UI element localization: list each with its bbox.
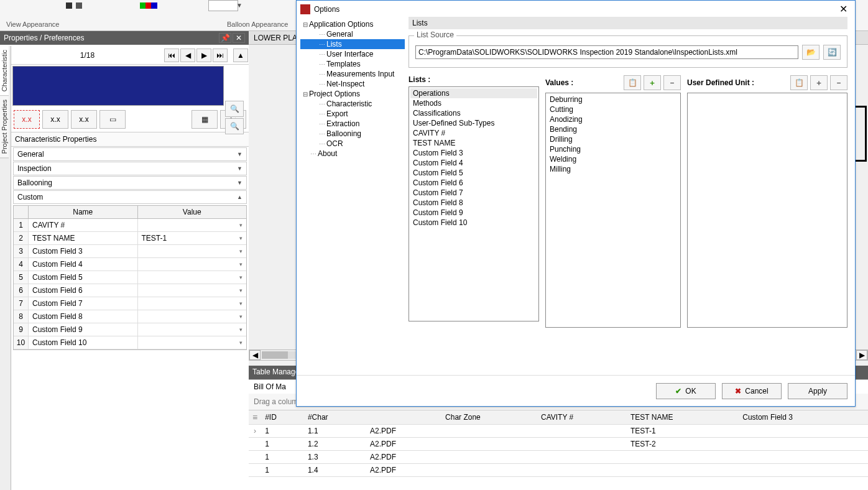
col-file[interactable] — [366, 410, 441, 425]
cell-file[interactable]: A2.PDF — [366, 438, 441, 451]
close-panel-button[interactable]: ✕ — [233, 33, 245, 43]
cell-char[interactable]: 1.3 — [304, 451, 366, 464]
cell-id[interactable]: 1 — [261, 425, 304, 438]
udu-copy-button[interactable]: 📋 — [790, 75, 808, 90]
custom-field-value[interactable]: ▾ — [138, 310, 247, 323]
cell-cf3[interactable] — [739, 425, 868, 438]
cell-file[interactable]: A2.PDF — [366, 464, 441, 477]
select-tool-button[interactable]: ▦ — [192, 110, 218, 129]
custom-field-name[interactable]: Custom Field 9 — [29, 323, 138, 336]
custom-field-value[interactable]: ▾ — [138, 258, 247, 270]
cell-cf3[interactable] — [739, 464, 868, 477]
custom-field-name[interactable]: Custom Field 7 — [29, 297, 138, 310]
col-cavity[interactable]: CAVITY # — [537, 410, 627, 425]
nav-prev-button[interactable]: ◀ — [180, 49, 195, 62]
custom-field-name[interactable]: TEST NAME — [29, 232, 138, 244]
tree-lists[interactable]: ⋯Lists — [300, 39, 405, 49]
row-handle[interactable] — [249, 438, 261, 451]
row-handle[interactable] — [249, 464, 261, 477]
tol-button-4[interactable]: ▭ — [99, 110, 126, 129]
values-item[interactable]: Welding — [547, 154, 679, 164]
values-item[interactable]: Punching — [547, 144, 679, 154]
balloon-shape-dropdown[interactable] — [208, 0, 238, 11]
tree-templates[interactable]: ⋯Templates — [300, 59, 405, 69]
lists-item[interactable]: Custom Field 6 — [410, 178, 537, 188]
custom-field-name[interactable]: Custom Field 5 — [29, 271, 138, 284]
cell-cavity[interactable] — [537, 464, 627, 477]
tol-button-2[interactable]: x.x — [42, 110, 68, 129]
cell-testname[interactable]: TEST-2 — [627, 438, 739, 451]
custom-field-name[interactable]: Custom Field 10 — [29, 336, 138, 349]
cancel-button[interactable]: ✖Cancel — [722, 383, 782, 399]
udu-listbox[interactable] — [687, 93, 847, 328]
col-id[interactable]: #ID — [261, 410, 304, 425]
browse-button[interactable]: 📂 — [802, 45, 820, 60]
lists-item[interactable]: User-Defined Sub-Types — [410, 118, 537, 128]
values-listbox[interactable]: DeburringCuttingAnodizingBendingDrilling… — [545, 93, 681, 328]
lists-item[interactable]: Custom Field 8 — [410, 198, 537, 208]
lists-item[interactable]: Custom Field 9 — [410, 208, 537, 218]
tree-project-options[interactable]: ⊟Project Options — [300, 89, 405, 99]
values-item[interactable]: Anodizing — [547, 114, 679, 124]
combo-general[interactable]: General▼ — [13, 147, 247, 161]
table-row[interactable]: ›11.1A2.PDFTEST-1 — [249, 425, 868, 438]
combo-custom[interactable]: Custom▲ — [13, 190, 247, 204]
row-handle-col[interactable]: ≡ — [249, 410, 261, 425]
cell-cavity[interactable] — [537, 438, 627, 451]
lists-item[interactable]: CAVITY # — [410, 128, 537, 138]
cell-cf3[interactable] — [739, 451, 868, 464]
row-handle[interactable] — [249, 451, 261, 464]
tree-ocr[interactable]: ⋯OCR — [300, 139, 405, 149]
cell-zone[interactable] — [441, 438, 537, 451]
cell-char[interactable]: 1.1 — [304, 425, 366, 438]
apply-button[interactable]: Apply — [788, 383, 847, 399]
table-row[interactable]: 11.3A2.PDF — [249, 451, 868, 464]
scroll-left-button[interactable]: ◀ — [249, 350, 261, 360]
combo-inspection[interactable]: Inspection▼ — [13, 162, 247, 175]
custom-field-value[interactable]: ▾ — [138, 336, 247, 349]
scroll-thumb[interactable] — [262, 351, 288, 359]
tree-measurements[interactable]: ⋯Measurements Input — [300, 69, 405, 79]
tree-app-options[interactable]: ⊟Application Options — [300, 19, 405, 29]
lists-item[interactable]: Custom Field 5 — [410, 168, 537, 178]
cell-char[interactable]: 1.4 — [304, 464, 366, 477]
scroll-right-button[interactable]: ▶ — [856, 350, 867, 360]
tree-extraction[interactable]: ⋯Extraction — [300, 119, 405, 129]
tree-about[interactable]: ⊟⋯About — [300, 149, 405, 159]
cell-zone[interactable] — [441, 464, 537, 477]
col-zone[interactable]: Char Zone — [441, 410, 537, 425]
values-item[interactable]: Deburring — [547, 95, 679, 104]
custom-field-name[interactable]: Custom Field 3 — [29, 245, 138, 257]
nav-first-button[interactable]: ⏮ — [164, 49, 179, 62]
side-tab-project-properties[interactable]: Project Properties — [0, 96, 9, 158]
lists-item[interactable]: Custom Field 7 — [410, 188, 537, 198]
custom-field-name[interactable]: Custom Field 4 — [29, 258, 138, 270]
custom-field-value[interactable]: ▾ — [138, 219, 247, 231]
col-cf3[interactable]: Custom Field 3 — [739, 410, 868, 425]
values-copy-button[interactable]: 📋 — [624, 75, 641, 90]
cell-cavity[interactable] — [537, 425, 627, 438]
cell-id[interactable]: 1 — [261, 464, 304, 477]
lists-item[interactable]: TEST NAME — [410, 138, 537, 148]
custom-field-name[interactable]: Custom Field 8 — [29, 310, 138, 323]
lists-item[interactable]: Operations — [410, 88, 537, 98]
cell-cf3[interactable] — [739, 438, 868, 451]
values-remove-button[interactable]: － — [663, 75, 681, 90]
tree-net-inspect[interactable]: ⋯Net-Inspect — [300, 79, 405, 89]
tree-ballooning[interactable]: ⋯Ballooning — [300, 129, 405, 139]
options-close-button[interactable]: ✕ — [836, 3, 851, 15]
values-add-button[interactable]: ＋ — [644, 75, 661, 90]
custom-field-value[interactable]: ▾ — [138, 245, 247, 257]
cell-file[interactable]: A2.PDF — [366, 451, 441, 464]
cell-testname[interactable] — [627, 451, 739, 464]
list-source-path-input[interactable] — [415, 45, 798, 59]
pin-button[interactable]: 📌 — [219, 33, 231, 43]
side-tab-characteristic[interactable]: Characteristic — [0, 46, 9, 96]
tol-button-3[interactable]: x.x — [71, 110, 97, 129]
values-item[interactable]: Cutting — [547, 104, 679, 114]
tolerance-icon[interactable]: ▲ — [233, 49, 248, 62]
table-row[interactable]: 11.2A2.PDFTEST-2 — [249, 438, 868, 451]
lists-item[interactable]: Methods — [410, 98, 537, 108]
tree-characteristic[interactable]: ⋯Characteristic — [300, 99, 405, 109]
tree-export[interactable]: ⋯Export — [300, 109, 405, 119]
